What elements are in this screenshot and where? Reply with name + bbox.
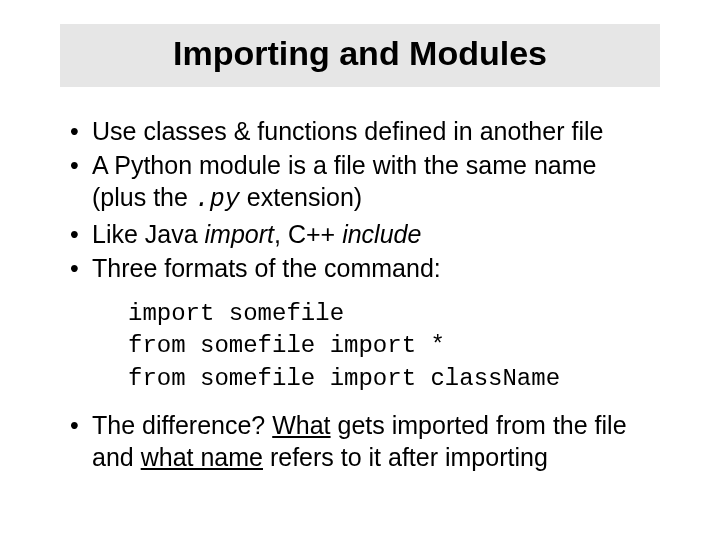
bullet-list: The difference? What gets imported from … [64,409,656,473]
keyword-import: import [205,220,274,248]
bullet-text: , C++ [274,220,342,248]
bullet-item: The difference? What gets imported from … [64,409,656,473]
code-inline-py: .py [195,185,240,214]
bullet-text: refers to it after importing [263,443,548,471]
bullet-item: A Python module is a file with the same … [64,149,656,216]
bullet-list: Use classes & functions defined in anoth… [64,115,656,284]
bullet-text: Use classes & functions defined in anoth… [92,117,603,145]
bullet-item: Three formats of the command: [64,252,656,284]
bullet-text: Three formats of the command: [92,254,441,282]
slide-content: Use classes & functions defined in anoth… [64,115,656,473]
slide: Importing and Modules Use classes & func… [0,24,720,540]
code-line: import somefile [128,298,656,330]
slide-title: Importing and Modules [60,34,660,73]
bullet-text: extension) [240,183,362,211]
bullet-item: Use classes & functions defined in anoth… [64,115,656,147]
bullet-text: Like Java [92,220,205,248]
code-line: from somefile import className [128,363,656,395]
underlined-text: What [272,411,330,439]
code-block: import somefile from somefile import * f… [128,298,656,395]
title-band: Importing and Modules [60,24,660,87]
code-line: from somefile import * [128,330,656,362]
keyword-include: include [342,220,421,248]
underlined-text: what name [141,443,263,471]
bullet-item: Like Java import, C++ include [64,218,656,250]
bullet-text: The difference? [92,411,272,439]
